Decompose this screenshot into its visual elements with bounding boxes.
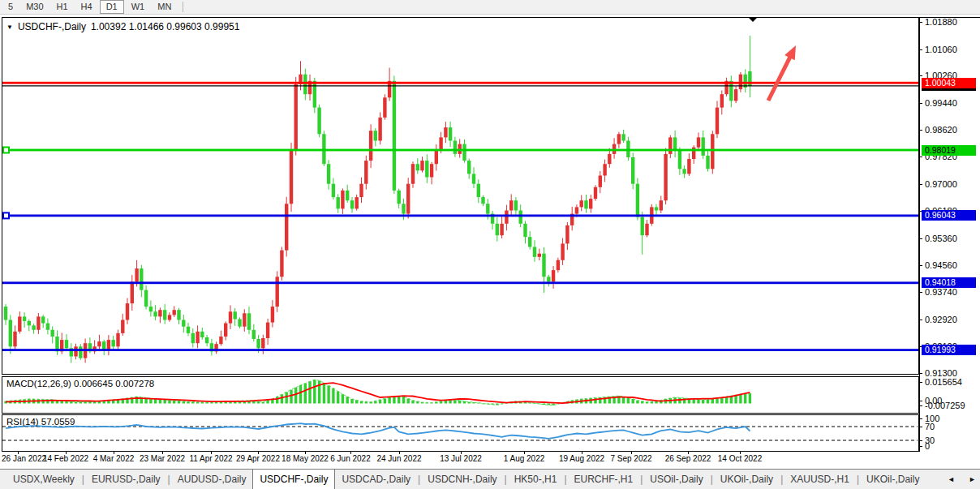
date-label: 19 Aug 2022 xyxy=(559,454,604,463)
resistance-line-price-label: 1.00043 xyxy=(922,78,976,88)
tab-scroll-right-button[interactable]: ► xyxy=(969,475,976,483)
tab-hk50-h1[interactable]: HK50-,H1 xyxy=(508,470,564,488)
price-tick-label: 0.92920 xyxy=(925,315,957,324)
rsi-axis-label: 0 xyxy=(925,442,930,451)
price-tick-label: 0.99440 xyxy=(925,99,957,108)
price-tick xyxy=(919,22,922,23)
tab-ukoil-daily[interactable]: UKOil-,Daily xyxy=(714,470,780,488)
support-line-green-price-label: 0.98019 xyxy=(922,145,976,156)
price-tick xyxy=(919,292,922,293)
rsi-canvas[interactable] xyxy=(2,415,918,450)
date-label: 1 Aug 2022 xyxy=(504,454,545,463)
rsi-tick xyxy=(919,427,922,427)
price-tick xyxy=(919,75,922,76)
tab-usdx-weekly[interactable]: USDX,Weekly xyxy=(6,470,81,488)
date-label: 7 Sep 2022 xyxy=(610,454,651,463)
date-label: 14 Oct 2022 xyxy=(718,454,762,463)
candles-canvas[interactable] xyxy=(2,18,918,373)
date-label: 26 Jan 2022 xyxy=(2,454,46,463)
support-line-blue-3 xyxy=(2,349,918,351)
tab-eurusd-daily[interactable]: EURUSD-,Daily xyxy=(85,470,167,488)
chart-title: ▼ USDCHF-,Daily 1.00392 1.01466 0.99603 … xyxy=(6,21,239,32)
tab-audusd-daily[interactable]: AUDUSD-,Daily xyxy=(171,470,253,488)
price-tick xyxy=(919,103,922,104)
date-label: 26 Sep 2022 xyxy=(665,454,711,463)
date-label: 29 Apr 2022 xyxy=(236,454,280,463)
support-line-blue-1-price-label: 0.96043 xyxy=(922,210,976,221)
price-tick-label: 0.93740 xyxy=(925,288,957,297)
support-line-blue-1-handle xyxy=(3,212,9,218)
support-line-blue-1 xyxy=(2,215,918,217)
price-tick-label: 0.97000 xyxy=(925,180,957,189)
price-axis-separator xyxy=(919,17,920,452)
toolbar-separator xyxy=(183,2,183,12)
date-label: 24 Jun 2022 xyxy=(376,454,421,463)
resistance-line xyxy=(2,82,918,84)
tab-xauusd-h1[interactable]: XAUUSD-,H1 xyxy=(784,470,856,488)
price-tick-label: 1.01060 xyxy=(925,45,957,54)
macd-tick xyxy=(919,401,922,401)
timeframe-button-5[interactable]: 5 xyxy=(2,1,19,13)
price-tick xyxy=(919,49,922,50)
date-label: 11 Apr 2022 xyxy=(189,454,232,463)
tab-usdcnh-daily[interactable]: USDCNH-,Daily xyxy=(421,470,503,488)
date-label: 6 Jun 2022 xyxy=(330,454,371,463)
rsi-tick xyxy=(919,446,922,447)
macd-axis-label: 0.015654 xyxy=(925,378,962,387)
tab-bar: USDX,Weekly|EURUSD-,Daily|AUDUSD-,DailyU… xyxy=(0,469,980,489)
macd-axis-label: -0.007259 xyxy=(925,401,965,410)
price-tick xyxy=(919,373,922,374)
timeframe-button-M30[interactable]: M30 xyxy=(20,1,49,13)
price-tick xyxy=(919,130,922,131)
date-label: 14 Feb 2022 xyxy=(43,454,88,463)
symbol-dropdown-icon[interactable]: ▼ xyxy=(6,24,13,31)
timeframe-button-MN[interactable]: MN xyxy=(152,1,177,13)
timeframe-button-D1[interactable]: D1 xyxy=(100,0,124,14)
support-line-blue-3-price-label: 0.91993 xyxy=(922,345,976,355)
price-tick xyxy=(919,320,922,320)
date-label: 4 Mar 2022 xyxy=(93,454,135,463)
date-label: 18 May 2022 xyxy=(282,454,329,463)
macd-tick xyxy=(919,405,922,406)
price-tick-label: 0.98620 xyxy=(925,126,957,135)
rsi-axis-label: 70 xyxy=(925,423,935,431)
last-bar-marker-icon xyxy=(749,18,757,22)
current-price-line xyxy=(2,85,918,86)
price-tick-label: 1.01880 xyxy=(925,18,957,27)
trend-arrow-annotation xyxy=(768,55,791,101)
indicator-label-rsi: RSI(14) 57.0559 xyxy=(6,417,75,427)
tab-eurchf-h1[interactable]: EURCHF-,H1 xyxy=(568,470,640,488)
tab-usdcad-daily[interactable]: USDCAD-,Daily xyxy=(335,470,417,488)
tab-ukoil-daily[interactable]: UKOil-,Daily xyxy=(860,470,926,488)
timeframe-toolbar: 5M30H1H4D1W1MN xyxy=(0,0,980,15)
tab-usoil-daily[interactable]: USOil-,Daily xyxy=(643,470,709,488)
price-tick-label: 0.95360 xyxy=(925,234,957,243)
timeframe-button-H1[interactable]: H1 xyxy=(51,1,74,13)
date-label: 13 Jul 2022 xyxy=(440,454,482,463)
timeframe-button-W1[interactable]: W1 xyxy=(126,1,151,13)
date-label: 23 Mar 2022 xyxy=(140,454,185,463)
macd-tick xyxy=(919,382,922,383)
tab-usdchf-daily[interactable]: USDCHF-,Daily xyxy=(252,469,335,489)
price-tick xyxy=(919,184,922,185)
indicator-label-macd: MACD(12,26,9) 0.006645 0.007278 xyxy=(6,379,154,388)
chart-symbol-label: USDCHF-,Daily xyxy=(18,21,86,32)
price-tick xyxy=(919,238,922,239)
support-line-blue-2 xyxy=(2,281,918,284)
rsi-tick xyxy=(919,440,922,441)
timeframe-button-H4[interactable]: H4 xyxy=(75,1,98,13)
price-tick xyxy=(919,265,922,266)
chart-ohlc-values: 1.00392 1.01466 0.99603 0.99951 xyxy=(91,21,240,32)
support-line-green-handle xyxy=(3,148,9,153)
tab-scroll-left-button[interactable]: ◄ xyxy=(948,475,955,483)
support-line-blue-2-price-label: 0.94018 xyxy=(922,277,976,288)
price-tick-label: 0.94560 xyxy=(925,261,957,270)
price-tick xyxy=(919,157,922,157)
rsi-tick xyxy=(919,418,922,419)
support-line-green xyxy=(2,149,918,152)
